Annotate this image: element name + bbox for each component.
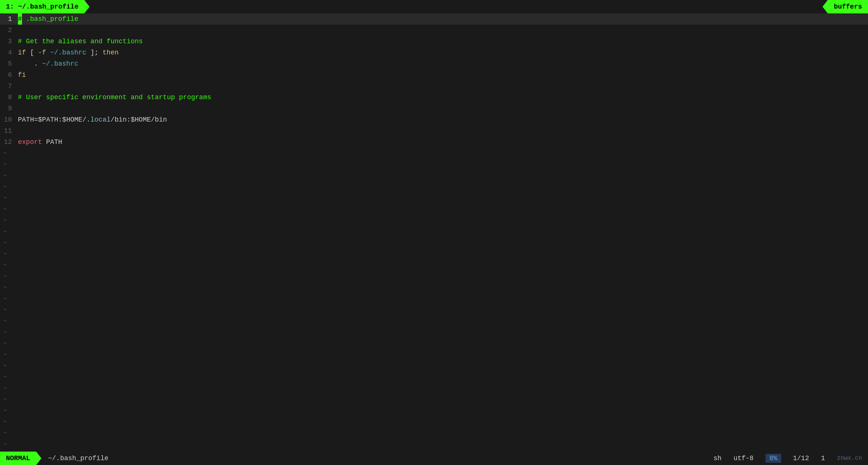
tilde-line: ~ <box>0 405 868 416</box>
watermark: znwx.cn <box>837 455 862 462</box>
line-content: # User specific environment and startup … <box>18 92 211 103</box>
tilde-line: ~ <box>0 226 868 237</box>
position-status: 1/12 <box>793 455 809 462</box>
tilde-line: ~ <box>0 338 868 349</box>
code-line: 4if [ -f ~/.bashrc ]; then <box>0 47 868 58</box>
tilde-line: ~ <box>0 394 868 405</box>
tilde-line: ~ <box>0 170 868 181</box>
status-right: sh utf-8 8% 1/12 1 znwx.cn <box>714 454 868 463</box>
tilde-line: ~ <box>0 192 868 204</box>
mode-badge: NORMAL <box>0 452 36 465</box>
line-number: 7 <box>0 81 18 92</box>
line-number: 12 <box>0 136 18 148</box>
tilde-line: ~ <box>0 427 868 439</box>
line-content: fi <box>18 69 26 81</box>
code-line: 9 <box>0 103 868 114</box>
tilde-line: ~ <box>0 148 868 159</box>
tilde-line: ~ <box>0 327 868 338</box>
file-path-status: ~/.bash_profile <box>39 455 108 462</box>
tilde-line: ~ <box>0 304 868 315</box>
tilde-line: ~ <box>0 204 868 215</box>
buffers-button[interactable]: buffers <box>828 0 868 13</box>
line-content: # .bash_profile <box>18 13 78 25</box>
line-number: 6 <box>0 69 18 81</box>
line-content: export PATH <box>18 136 62 148</box>
code-line: 11 <box>0 125 868 136</box>
tilde-line: ~ <box>0 215 868 226</box>
code-line: 7 <box>0 81 868 92</box>
tilde-line: ~ <box>0 371 868 383</box>
percent-status: 8% <box>765 454 781 463</box>
tilde-line: ~ <box>0 237 868 248</box>
line-number: 1 <box>0 13 18 25</box>
line-content: if [ -f ~/.bashrc ]; then <box>18 47 119 58</box>
line-number: 4 <box>0 47 18 58</box>
code-line: 12export PATH <box>0 136 868 148</box>
tilde-line: ~ <box>0 439 868 450</box>
line-number: 9 <box>0 103 18 114</box>
line-content: PATH=$PATH:$HOME/.local/bin:$HOME/bin <box>18 114 167 125</box>
line-number: 3 <box>0 36 18 47</box>
tilde-line: ~ <box>0 159 868 170</box>
status-bar: NORMAL ~/.bash_profile sh utf-8 8% 1/12 … <box>0 452 868 465</box>
code-line: 3# Get the aliases and functions <box>0 36 868 47</box>
tilde-line: ~ <box>0 349 868 360</box>
tilde-line: ~ <box>0 282 868 293</box>
filetype-status: sh <box>714 455 722 462</box>
line-number: 8 <box>0 92 18 103</box>
col-status: 1 <box>821 455 825 462</box>
code-line: 10PATH=$PATH:$HOME/.local/bin:$HOME/bin <box>0 114 868 125</box>
line-content: # Get the aliases and functions <box>18 36 143 47</box>
encoding-status: utf-8 <box>733 455 754 462</box>
tilde-line: ~ <box>0 315 868 327</box>
tilde-line: ~ <box>0 383 868 394</box>
tilde-line: ~ <box>0 416 868 427</box>
editor-area: 1# .bash_profile23# Get the aliases and … <box>0 13 868 452</box>
line-number: 2 <box>0 25 18 36</box>
tilde-line: ~ <box>0 260 868 271</box>
tilde-line: ~ <box>0 293 868 304</box>
tilde-line: ~ <box>0 360 868 371</box>
code-lines: 1# .bash_profile23# Get the aliases and … <box>0 13 868 452</box>
line-number: 5 <box>0 58 18 69</box>
code-line: 1# .bash_profile <box>0 13 868 25</box>
code-line: 8# User specific environment and startup… <box>0 92 868 103</box>
line-number: 11 <box>0 125 18 136</box>
tilde-line: ~ <box>0 248 868 260</box>
tab-bar: 1: ~/.bash_profile buffers <box>0 0 868 13</box>
code-line: 2 <box>0 25 868 36</box>
active-tab[interactable]: 1: ~/.bash_profile <box>0 0 84 13</box>
tilde-line: ~ <box>0 271 868 282</box>
code-line: 5 . ~/.bashrc <box>0 58 868 69</box>
code-line: 6fi <box>0 69 868 81</box>
line-number: 10 <box>0 114 18 125</box>
line-content: . ~/.bashrc <box>18 58 78 69</box>
tilde-line: ~ <box>0 181 868 192</box>
